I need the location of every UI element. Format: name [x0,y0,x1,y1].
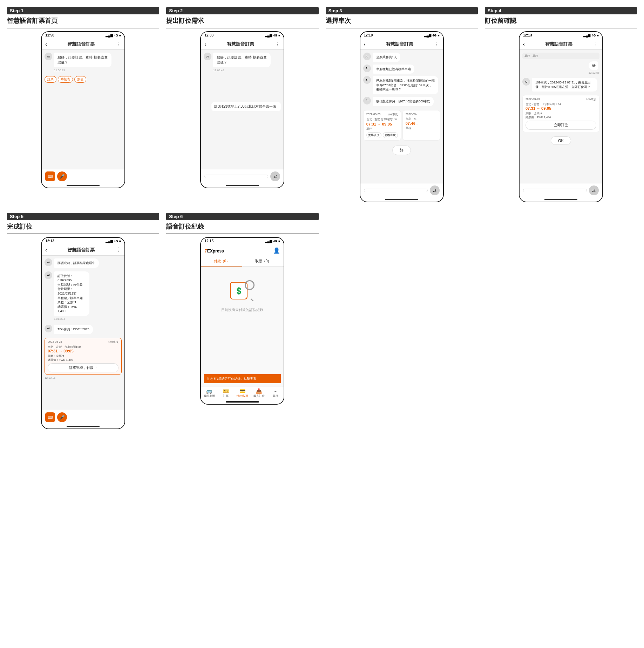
quick-reply-price[interactable]: 票值 [74,76,86,83]
step-1-container: Step 1 智慧語音訂票首頁 11:50 ▂▄▆ 4G ■ ‹ 智慧語音訂票 … [7,7,159,202]
input-row-4: ⇄ [523,185,599,195]
more-icon-3[interactable]: ⋮ [434,41,440,47]
more-icon-1[interactable]: ⋮ [115,41,121,47]
nav-order[interactable]: 🎫 訂票 [218,386,234,400]
text-input-2[interactable] [204,175,268,178]
tab-pickup[interactable]: 取票（0） [242,257,284,266]
phone-header-1: ‹ 智慧語音訂票 ⋮ [42,39,124,50]
status-time-1: 11:50 [45,33,54,37]
confirm-btn-3[interactable]: 好 [392,146,411,155]
step-2-container: Step 2 提出訂位需求 12:03 ▂▄▆ 4G ■ ‹ 智慧語音訂票 ⋮ … [166,7,318,202]
phone-header-3: ‹ 智慧語音訂票 ⋮ [360,39,443,50]
chat-body-2: AI 您好，想要訂票、查時 刻表或查票值？ 12:03:43 訂3月23號早上7… [201,50,284,169]
bottom-banner[interactable]: ℹ 您有1筆語音訂位紀錄。點擊查看 [204,374,281,383]
empty-col-3 [326,213,478,429]
user-icon[interactable]: 👤 [273,247,280,254]
tgo-tabs: 付款（0） 取票（0） [201,257,284,267]
nav-payment-pickup[interactable]: 💳 付款/取票 [234,386,251,400]
chat-row-5-3: AI TGo會員：BB0****075 [45,325,122,336]
nav-other[interactable]: ··· 其他 [267,386,284,400]
ok-area: OK [522,134,599,145]
input-row-2: ⇄ [204,171,280,181]
header-title-4: 智慧語音訂票 [545,41,572,47]
status-bar-1: 11:50 ▂▄▆ 4G ■ [42,32,124,39]
input-row-1: ⌨ 🎤 [45,171,121,181]
audio-btn-2[interactable]: ⇄ [270,171,280,181]
quick-reply-schedule[interactable]: 時刻表 [58,76,73,83]
header-title-2: 智慧語音訂票 [227,41,254,47]
chat-body-1: AI 您好，想要訂票、查時 刻表或查票值？ 11:50:23 訂票 時刻表 票值 [42,50,124,169]
input-row-3: ⇄ [364,185,440,195]
header-title-5: 智慧語音訂票 [67,247,95,253]
phone-footer-1: ⌨ 🎤 [42,169,124,183]
nav-my-tickets[interactable]: 🚌 我的車票 [201,386,217,400]
earlier-btn[interactable]: 更早班次 [366,132,381,138]
mic-btn-1[interactable]: 🎤 [57,171,67,181]
keyboard-btn-5[interactable]: ⌨ [45,412,55,422]
audio-btn-4[interactable]: ⇄ [589,185,599,195]
search-graphic: 💲 [230,280,255,305]
chat-msg-3-4: AI 或你想選擇另一班07:46出發的609車次 [363,97,440,108]
ok-btn-4[interactable]: OK [551,136,571,145]
input-row-5: ⌨ 🎤 [45,412,121,422]
status-bar-5: 12:13 ▂▄▆ 4G ■ [42,238,124,244]
nav-load-order[interactable]: 📥 載入訂位 [251,386,267,400]
bubble-5-3: TGo會員：BB0****075 [54,325,93,334]
bubble-5-2: 訂位代號：01077335 交易狀態：未付款 付款期限：2022/03/13前 … [54,271,89,316]
step-6-title: 語音訂位紀錄 [166,222,318,234]
back-icon-3[interactable]: ‹ [364,41,366,47]
chat-row-5-1: AI 辦議成功，訂票結果處理中 [45,258,122,269]
phone-footer-4: ⇄ [520,183,602,197]
sent-text-4: 好 [589,61,598,70]
bubble-1: 您好，想要訂票、查時 刻表或查票值？ [54,53,111,67]
sent-time-4: 12:12:55 [589,71,599,74]
more-icon-4[interactable]: ⋮ [593,41,599,47]
tgo-header: TEXpress 👤 [201,244,284,257]
more-icon-2[interactable]: ⋮ [274,41,280,47]
book-btn-5[interactable]: 訂單完成，付款→ [48,363,118,372]
user-input-area: 訂3月23號早上7:30台北到左營全票一張 [204,102,281,111]
user-input-bubble: 訂3月23號早上7:30台北到左營全票一張 [211,102,281,111]
mic-btn-5[interactable]: 🎤 [57,412,67,422]
step-6-container: Step 6 語音訂位紀錄 12:15 ▂▄▆ 4G ■ TEXpress 👤 … [166,213,318,429]
audio-btn-3[interactable]: ⇄ [430,185,440,195]
text-input-4[interactable] [523,189,587,192]
status-bar-3: 12:10 ▂▄▆ 4G ■ [360,32,443,39]
later-btn[interactable]: 更晚班次 [383,132,398,138]
chat-msg-3-1: AI 全票乘客共1人 [363,53,440,63]
book-btn-4[interactable]: 立即訂位 [526,121,596,130]
step-2-title: 提出訂位需求 [166,16,318,28]
status-bar-2: 12:03 ▂▄▆ 4G ■ [201,32,284,39]
step-4-phone: 12:13 ▂▄▆ 4G ■ ‹ 智慧語音訂票 ⋮ 單程 單程 好 [519,31,603,202]
text-input-3[interactable] [364,189,428,192]
steps-row-2: Step 5 完成訂位 12:13 ▂▄▆ 4G ■ ‹ 智慧語音訂票 ⋮ AI… [7,213,637,429]
back-icon-2[interactable]: ‹ [204,41,206,47]
step-4-label: Step 4 [485,7,637,14]
train-card-5: 2022-03-23 109車次 台北－左營 行車時間1:34 07:31 → … [45,338,122,375]
step-3-label: Step 3 [326,7,478,14]
step-3-title: 選擇車次 [326,16,478,28]
chat-row-2: AI 您好，想要訂票、查時 刻表或查票值？ 12:03:43 [204,53,281,74]
steps-row-1: Step 1 智慧語音訂票首頁 11:50 ▂▄▆ 4G ■ ‹ 智慧語音訂票 … [7,7,637,202]
quick-reply-order[interactable]: 訂票 [45,76,56,83]
step-2-phone: 12:03 ▂▄▆ 4G ■ ‹ 智慧語音訂票 ⋮ AI 您好，想要訂票、查時 … [200,31,284,188]
step-3-container: Step 3 選擇車次 12:10 ▂▄▆ 4G ■ ‹ 智慧語音訂票 ⋮ AI… [326,7,478,202]
step-6-phone: 12:15 ▂▄▆ 4G ■ TEXpress 👤 付款（0） 取票（0） [200,237,284,405]
step-5-label: Step 5 [7,213,159,220]
chat-msg-3-3: AI 已為您找到5班車次，行車時間最短的一班車為07:31出發，09:05抵達的… [363,76,440,96]
more-icon-5[interactable]: ⋮ [115,247,121,253]
chat-row-1: AI 您好，想要訂票、查時 刻表或查票值？ 11:50:23 [45,53,122,74]
back-icon-1[interactable]: ‹ [45,41,47,47]
back-icon-5[interactable]: ‹ [45,247,47,253]
status-bar-6: 12:15 ▂▄▆ 4G ■ [201,238,284,244]
back-icon-4[interactable]: ‹ [523,41,525,47]
step-2-label: Step 2 [166,7,318,14]
chat-avatar-2: AI [204,53,211,60]
step-4-title: 訂位前確認 [485,16,637,28]
phone-header-2: ‹ 智慧語音訂票 ⋮ [201,39,284,50]
phone-header-5: ‹ 智慧語音訂票 ⋮ [42,244,124,256]
keyboard-btn-1[interactable]: ⌨ [45,171,55,181]
phone-footer-5: ⌨ 🎤 [42,410,124,424]
tab-payment[interactable]: 付款（0） [201,257,242,266]
sent-bubble-4: 好 12:12:55 [522,61,599,76]
